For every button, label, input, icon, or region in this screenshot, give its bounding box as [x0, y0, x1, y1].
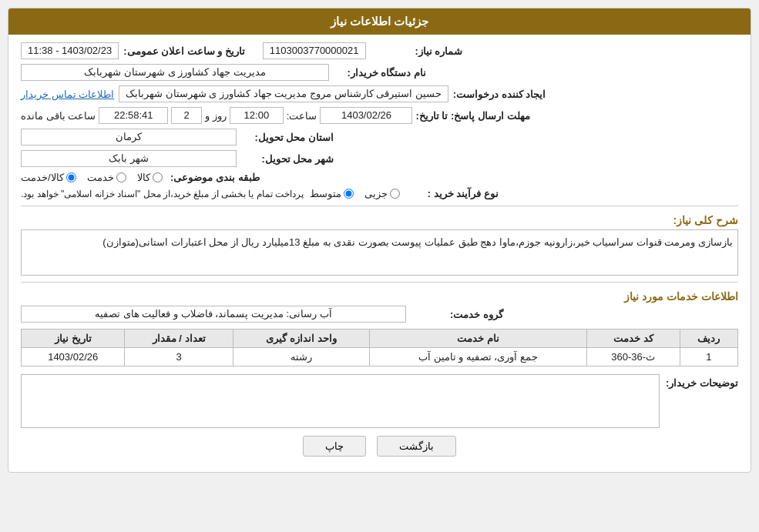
- back-button[interactable]: بازگشت: [377, 436, 456, 457]
- deadline-label: مهلت ارسال پاسخ: تا تاریخ:: [415, 110, 529, 122]
- col-service-name: نام خدمت: [370, 330, 587, 348]
- category-kala-khedmat-label[interactable]: کالا/خدمت: [21, 172, 76, 183]
- divider-1: [21, 206, 738, 206]
- creator-label: ایجاد کننده درخواست:: [453, 89, 546, 100]
- category-radio-group: کالا خدمت کالا/خدمت: [21, 172, 163, 183]
- page-title: جزئیات اطلاعات نیاز: [8, 8, 751, 35]
- col-quantity: تعداد / مقدار: [125, 330, 233, 348]
- print-button[interactable]: چاپ: [303, 436, 366, 457]
- buyer-org-value: مدیریت جهاد کشاورز ی شهرستان شهربابک: [21, 64, 329, 81]
- table-row: 1ث-36-360جمع آوری، تصفیه و تامین آبرشته3…: [22, 348, 738, 366]
- table-cell-row_num: 1: [680, 348, 737, 366]
- need-number-label: شماره نیاز:: [371, 45, 463, 57]
- process-type-label: نوع فرآیند خرید :: [406, 188, 499, 199]
- service-group-value: آب رسانی: مدیریت پسماند، فاضلاب و فعالیت…: [21, 306, 406, 323]
- table-cell-service_name: جمع آوری، تصفیه و تامین آب: [370, 348, 587, 366]
- process-motavaset-radio[interactable]: [344, 189, 354, 199]
- service-table: ردیف کد خدمت نام خدمت واحد اندازه گیری ت…: [21, 329, 738, 366]
- description-section-title: شرح کلی نیاز:: [21, 214, 738, 226]
- city-value: شهر بابک: [21, 150, 237, 167]
- city-label: شهر محل تحویل:: [241, 153, 334, 165]
- announcement-date-label: تاریخ و ساعت اعلان عمومی:: [123, 45, 245, 57]
- service-group-label: گروه خدمت:: [411, 309, 503, 320]
- category-khedmat-radio[interactable]: [116, 172, 126, 182]
- category-khedmat-label[interactable]: خدمت: [87, 172, 126, 183]
- category-label: طبقه بندی موضوعی:: [167, 172, 260, 183]
- col-unit: واحد اندازه گیری: [233, 330, 369, 348]
- button-row: بازگشت چاپ: [21, 436, 738, 464]
- process-motavaset-label[interactable]: متوسط: [310, 188, 354, 199]
- buyer-notes-box: [21, 374, 660, 428]
- table-cell-quantity: 3: [125, 348, 233, 366]
- process-jozii-text: جزیی: [364, 188, 388, 199]
- deadline-date: 1403/02/26: [320, 107, 412, 124]
- process-note: پرداخت تمام یا بخشی از مبلغ خرید،از محل …: [21, 189, 304, 199]
- table-cell-date: 1403/02/26: [22, 348, 125, 366]
- deadline-remaining-label: ساعت باقی مانده: [21, 110, 96, 122]
- category-kala-label[interactable]: کالا: [137, 172, 163, 183]
- buyer-org-label: نام دستگاه خریدار:: [334, 67, 426, 79]
- process-motavaset-text: متوسط: [310, 188, 341, 199]
- process-jozii-radio[interactable]: [390, 189, 400, 199]
- services-section-title: اطلاعات خدمات مورد نیاز: [21, 290, 738, 303]
- deadline-remaining: 22:58:41: [99, 107, 168, 124]
- buyer-notes-label: توضیحات خریدار:: [666, 374, 738, 389]
- category-kala-text: کالا: [137, 172, 150, 183]
- category-kala-radio[interactable]: [153, 172, 163, 182]
- creator-value: حسین استیرقی کارشناس مروج مدیریت جهاد کش…: [119, 85, 448, 102]
- announcement-date-value: 1403/02/23 - 11:38: [21, 42, 119, 59]
- category-kala-khedmat-text: کالا/خدمت: [21, 172, 64, 183]
- contact-link[interactable]: اطلاعات تماس خریدار: [21, 89, 114, 100]
- col-date: تاریخ نیاز: [22, 330, 125, 348]
- category-kala-khedmat-radio[interactable]: [66, 172, 76, 182]
- deadline-days-label: روز و: [205, 110, 227, 122]
- deadline-days: 2: [171, 107, 202, 124]
- process-jozii-label[interactable]: جزیی: [364, 188, 400, 199]
- buyer-notes-section: توضیحات خریدار:: [21, 374, 738, 428]
- deadline-time-label: ساعت:: [287, 110, 317, 122]
- province-value: کرمان: [21, 129, 237, 146]
- description-text: بازسازی ومرمت قنوات سراسیاب خیر،زارونیه …: [21, 229, 738, 276]
- province-label: استان محل تحویل:: [241, 132, 334, 143]
- need-number-value: 1103003770000021: [263, 42, 366, 59]
- col-service-code: کد خدمت: [586, 330, 680, 348]
- process-radio-group: جزیی متوسط: [310, 188, 400, 199]
- divider-2: [21, 282, 738, 283]
- col-row-num: ردیف: [680, 330, 737, 348]
- table-cell-service_code: ث-36-360: [586, 348, 680, 366]
- category-khedmat-text: خدمت: [87, 172, 114, 183]
- table-cell-unit: رشته: [233, 348, 369, 366]
- deadline-time: 12:00: [230, 107, 284, 124]
